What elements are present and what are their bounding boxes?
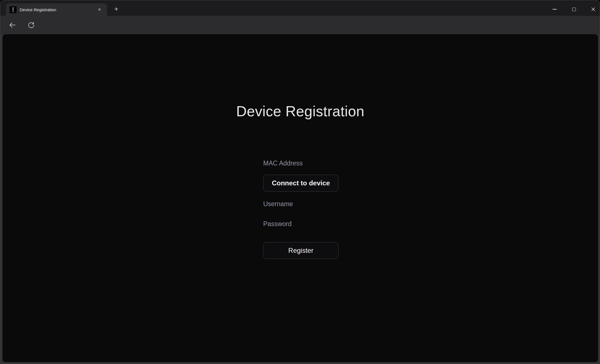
close-button[interactable]	[587, 3, 600, 16]
refresh-icon	[28, 21, 35, 29]
maximize-button[interactable]	[567, 3, 580, 16]
minimize-button[interactable]	[548, 3, 561, 16]
refresh-button[interactable]	[27, 21, 35, 29]
register-button[interactable]: Register	[263, 242, 338, 259]
page-title: Device Registration	[3, 102, 598, 120]
window-controls	[548, 0, 600, 16]
maximize-icon	[572, 8, 576, 11]
connect-to-device-button[interactable]: Connect to device	[263, 175, 338, 192]
back-arrow-icon	[9, 21, 16, 29]
registration-form: MAC Address Connect to device Username P…	[263, 160, 338, 259]
browser-window: Device Registration ✕ +	[0, 0, 600, 364]
browser-toolbar: https://registration-site-ecru.vercel.ap…	[0, 16, 600, 34]
close-icon	[591, 7, 596, 12]
tab-title: Device Registration	[20, 7, 96, 12]
browser-tab[interactable]: Device Registration ✕	[6, 3, 107, 16]
page-content: Device Registration MAC Address Connect …	[3, 34, 598, 362]
new-tab-button[interactable]: +	[112, 4, 121, 14]
back-button[interactable]	[8, 21, 17, 29]
tab-close-icon[interactable]: ✕	[96, 6, 103, 13]
titlebar: Device Registration ✕ +	[0, 0, 600, 16]
password-label[interactable]: Password	[263, 221, 338, 227]
favicon-icon	[10, 6, 17, 13]
mac-address-label: MAC Address	[263, 160, 338, 167]
username-label[interactable]: Username	[263, 201, 338, 207]
minimize-icon	[553, 9, 557, 10]
